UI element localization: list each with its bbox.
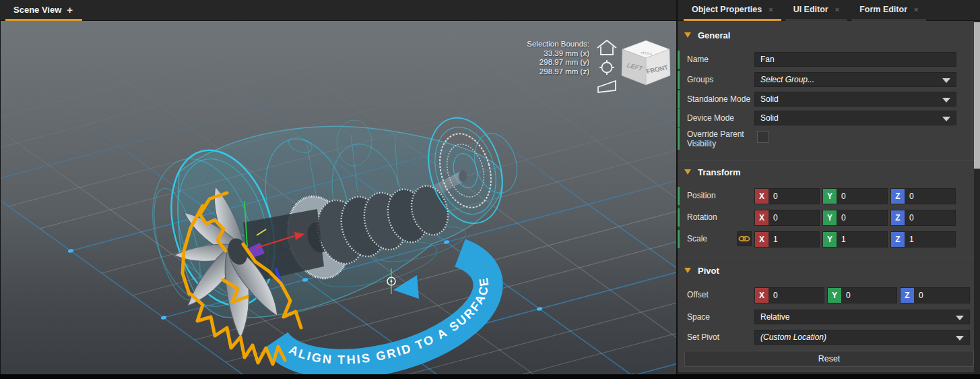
value: 0 — [769, 192, 778, 201]
value: 0 — [837, 192, 846, 201]
value: 1 — [837, 235, 846, 244]
scene-viewport[interactable]: ALIGN THIS GRID TO A SURFACE — [0, 21, 677, 374]
row-scale: Scale X 1 Y 1 Z 1 — [678, 231, 974, 247]
axis-y-badge: Y — [823, 210, 837, 225]
axis-x-badge: X — [755, 288, 769, 303]
value: 0 — [837, 213, 846, 223]
dropdown-value: Solid — [760, 94, 779, 104]
field-label: Space — [687, 312, 710, 322]
value: 1 — [905, 235, 914, 244]
selection-bounds-readout: Selection Bounds: 33.39 mm (x) 298.97 mm… — [527, 40, 589, 76]
offset-z-field[interactable]: Z 0 — [900, 287, 970, 303]
field-label: Override Parent Visibility — [687, 129, 752, 148]
axis-z-badge: Z — [901, 288, 914, 303]
axis-z-badge: Z — [891, 189, 905, 204]
override-parent-visibility-checkbox[interactable] — [757, 131, 769, 143]
chevron-down-icon — [956, 316, 964, 320]
binding-accent-bar — [678, 187, 680, 205]
row-rotation: Rotation X 0 Y 0 Z 0 — [678, 210, 974, 226]
object-properties-panel: General Name Groups Select Group... Stan… — [678, 0, 980, 379]
rotation-x-field[interactable]: X 0 — [754, 210, 820, 226]
binding-accent-bar — [678, 208, 680, 227]
scene-tab-label: Scene View — [13, 5, 61, 15]
row-position: Position X 0 Y 0 Z 0 — [678, 188, 974, 204]
field-label: Groups — [687, 75, 713, 84]
chevron-down-icon — [942, 78, 950, 83]
row-groups: Groups Select Group... — [678, 72, 974, 88]
space-dropdown[interactable]: Relative — [754, 310, 970, 324]
add-view-icon[interactable]: + — [67, 5, 73, 15]
value: 0 — [769, 291, 778, 300]
offset-y-field[interactable]: Y 0 — [827, 287, 897, 303]
tab-scene-view[interactable]: Scene View + — [5, 0, 82, 21]
row-override-parent-visibility: Override Parent Visibility — [678, 129, 974, 150]
chevron-down-icon — [942, 98, 950, 103]
position-y-field[interactable]: Y 0 — [822, 188, 888, 204]
rotation-z-field[interactable]: Z 0 — [890, 210, 956, 226]
selection-bounds-y: 298.97 mm (y) — [527, 58, 589, 67]
axis-y-badge: Y — [823, 189, 837, 204]
selection-bounds-title: Selection Bounds: — [527, 40, 589, 49]
scale-y-field[interactable]: Y 1 — [822, 231, 888, 247]
device-mode-dropdown[interactable]: Solid — [754, 111, 956, 125]
row-name: Name — [678, 52, 974, 68]
dropdown-value: Select Group... — [760, 75, 814, 84]
standalone-mode-dropdown[interactable]: Solid — [754, 92, 956, 107]
chevron-down-icon — [942, 117, 950, 121]
selection-bounds-z: 298.97 mm (z) — [527, 67, 589, 77]
offset-x-field[interactable]: X 0 — [754, 287, 824, 303]
section-divider — [678, 258, 974, 258]
selection-bounds-x: 33.39 mm (x) — [527, 49, 589, 59]
value: 0 — [914, 291, 923, 300]
value: 0 — [905, 192, 914, 201]
position-x-field[interactable]: X 0 — [754, 188, 820, 204]
row-standalone-mode: Standalone Mode Solid — [678, 92, 974, 108]
axis-z-badge: Z — [891, 210, 905, 225]
scale-link-icon[interactable] — [737, 231, 752, 246]
section-pivot[interactable]: Pivot — [684, 265, 719, 276]
field-label: Rotation — [687, 212, 717, 222]
reset-button[interactable]: Reset — [684, 351, 974, 367]
axis-x-badge: X — [755, 189, 769, 204]
rotation-y-field[interactable]: Y 0 — [822, 210, 888, 226]
section-title: General — [698, 30, 730, 40]
row-reset: Reset — [678, 351, 974, 367]
field-label: Set Pivot — [687, 332, 719, 342]
binding-accent-bar — [678, 71, 680, 89]
axis-y-badge: Y — [823, 232, 837, 247]
banner-arrow-icon — [393, 275, 419, 299]
position-z-field[interactable]: Z 0 — [890, 188, 956, 204]
collapse-triangle-icon[interactable] — [684, 169, 691, 175]
axis-x-badge: X — [755, 232, 769, 247]
binding-accent-bar — [678, 109, 680, 127]
panel-scrollbar-thumb[interactable] — [974, 22, 980, 169]
section-title: Transform — [698, 167, 741, 177]
collapse-triangle-icon[interactable] — [684, 268, 691, 273]
scale-x-field[interactable]: X 1 — [754, 231, 820, 247]
field-label: Name — [687, 55, 709, 64]
row-device-mode: Device Mode Solid — [678, 111, 974, 127]
dropdown-value: Solid — [760, 113, 779, 123]
binding-accent-bar — [678, 51, 680, 69]
studio-app: Scene View + Object Properties × UI Edit… — [0, 0, 980, 379]
field-label: Standalone Mode — [687, 94, 750, 104]
view-cube[interactable]: TOP LEFT FRONT — [622, 40, 670, 85]
name-input[interactable] — [754, 52, 956, 67]
field-label: Position — [687, 191, 716, 200]
binding-accent-bar — [678, 90, 680, 109]
chevron-down-icon — [956, 336, 964, 341]
row-space: Space Relative — [678, 310, 974, 326]
field-label: Device Mode — [687, 113, 734, 123]
scale-z-field[interactable]: Z 1 — [890, 231, 956, 247]
section-title: Pivot — [698, 266, 719, 276]
section-general[interactable]: General — [684, 30, 730, 40]
set-pivot-dropdown[interactable]: (Custom Location) — [754, 330, 970, 345]
section-transform[interactable]: Transform — [684, 167, 741, 177]
groups-dropdown[interactable]: Select Group... — [754, 72, 956, 87]
binding-accent-bar — [678, 230, 680, 248]
section-divider — [678, 160, 974, 161]
collapse-triangle-icon[interactable] — [684, 32, 691, 38]
axis-z-badge: Z — [891, 232, 905, 247]
field-label: Scale — [687, 234, 707, 243]
dropdown-value: (Custom Location) — [760, 332, 826, 342]
